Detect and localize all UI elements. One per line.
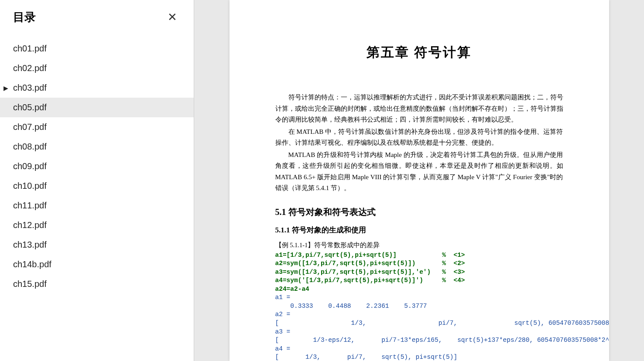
sidebar-header: 目录 ✕ (0, 0, 194, 34)
subsection-title: 5.1.1 符号对象的生成和使用 (275, 225, 563, 235)
toc-item-label: ch14b.pdf (13, 259, 51, 269)
toc-item-ch05[interactable]: ch05.pdf (0, 98, 194, 117)
toc-item-label: ch09.pdf (13, 161, 47, 171)
code-line: a1=[1/3,pi/7,sqrt(5),pi+sqrt(5)] % <1> (275, 251, 563, 260)
toc-item-ch13[interactable]: ch13.pdf (0, 235, 194, 255)
document-page: 第五章 符号计算 符号计算的特点：一，运算以推理解析的方式进行，因此不受计算误差… (230, 0, 609, 361)
section-title: 5.1 符号对象和符号表达式 (275, 206, 563, 218)
toc-item-ch01[interactable]: ch01.pdf (0, 39, 194, 58)
toc-item-label: ch10.pdf (13, 181, 47, 191)
paragraph-1: 符号计算的特点：一，运算以推理解析的方式进行，因此不受计算误差积累问题困扰；二，… (275, 92, 563, 126)
toc-item-label: ch07.pdf (13, 122, 47, 132)
toc-item-ch11[interactable]: ch11.pdf (0, 196, 194, 215)
output-line: 0.3333 0.4488 2.2361 5.3777 (275, 302, 563, 311)
toc-item-ch08[interactable]: ch08.pdf (0, 137, 194, 157)
example-label: 【例 5.1.1-1】符号常数形成中的差异 (275, 241, 563, 249)
page-content: 第五章 符号计算 符号计算的特点：一，运算以推理解析的方式进行，因此不受计算误差… (230, 0, 609, 361)
code-line: a4=sym('[1/3,pi/7,sqrt(5),pi+sqrt(5)]') … (275, 276, 563, 285)
toc-item-label: ch01.pdf (13, 44, 47, 54)
toc-item-label: ch15.pdf (13, 279, 47, 289)
close-icon[interactable]: ✕ (164, 9, 181, 26)
output-line: a1 = (275, 293, 563, 302)
code-block: a1=[1/3,pi/7,sqrt(5),pi+sqrt(5)] % <1>a2… (275, 251, 563, 294)
toc-item-label: ch11.pdf (13, 201, 47, 211)
sidebar-toc: 目录 ✕ ch01.pdfch02.pdf▶ch03.pdfch05.pdfch… (0, 0, 194, 361)
output-block: a1 = 0.3333 0.4488 2.2361 5.3777a2 =[ 1/… (275, 293, 563, 361)
toc-item-ch03[interactable]: ▶ch03.pdf (0, 78, 194, 98)
toc-item-label: ch05.pdf (13, 102, 47, 112)
toc-item-label: ch12.pdf (13, 220, 47, 230)
toc-item-ch12[interactable]: ch12.pdf (0, 215, 194, 235)
toc-item-ch15[interactable]: ch15.pdf (0, 274, 194, 294)
sidebar-title: 目录 (13, 10, 36, 25)
output-line: [ 1/3-eps/12, pi/7-13*eps/165, sqrt(5)+1… (275, 336, 563, 345)
toc-item-ch09[interactable]: ch09.pdf (0, 157, 194, 176)
toc-item-ch10[interactable]: ch10.pdf (0, 176, 194, 196)
toc-item-label: ch13.pdf (13, 240, 47, 250)
chevron-right-icon: ▶ (3, 85, 8, 92)
paragraph-3: MATLAB 的升级和符号计算内核 Maple 的升级，决定着符号计算工具包的升… (275, 150, 563, 194)
chapter-title: 第五章 符号计算 (275, 44, 563, 61)
output-line: a2 = (275, 310, 563, 319)
toc-item-ch07[interactable]: ch07.pdf (0, 117, 194, 137)
output-line: [ 1/3, pi/7, sqrt(5), pi+sqrt(5)] (275, 353, 563, 361)
toc-item-label: ch08.pdf (13, 142, 47, 152)
paragraph-2: 在 MATLAB 中，符号计算虽以数值计算的补充身份出现，但涉及符号计算的指令使… (275, 126, 563, 149)
document-viewer[interactable]: 第五章 符号计算 符号计算的特点：一，运算以推理解析的方式进行，因此不受计算误差… (194, 0, 644, 361)
output-line: a4 = (275, 345, 563, 354)
toc-item-ch02[interactable]: ch02.pdf (0, 58, 194, 78)
toc-item-ch14b[interactable]: ch14b.pdf (0, 255, 194, 274)
toc-item-label: ch02.pdf (13, 63, 47, 73)
code-line: a3=sym([1/3,pi/7,sqrt(5),pi+sqrt(5)],'e'… (275, 268, 563, 277)
output-line: [ 1/3, pi/7, sqrt(5), 6054707603575008*2… (275, 319, 563, 328)
code-line: a2=sym([1/3,pi/7,sqrt(5),pi+sqrt(5)]) % … (275, 259, 563, 268)
toc-list: ch01.pdfch02.pdf▶ch03.pdfch05.pdfch07.pd… (0, 34, 194, 298)
toc-item-label: ch03.pdf (13, 83, 47, 93)
code-line: a24=a2-a4 (275, 285, 563, 294)
output-line: a3 = (275, 328, 563, 337)
